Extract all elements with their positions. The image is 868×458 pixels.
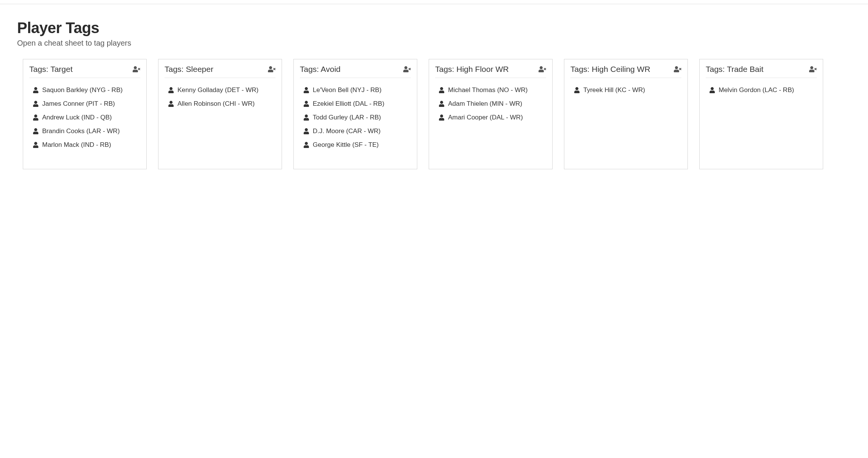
page-title: Player Tags bbox=[17, 19, 851, 37]
remove-user-icon[interactable] bbox=[133, 66, 140, 72]
person-icon bbox=[33, 142, 38, 148]
player-item[interactable]: Marlon Mack (IND - RB) bbox=[29, 138, 140, 152]
tag-card-header: Tags: Target bbox=[29, 65, 140, 78]
player-name: Andrew Luck (IND - QB) bbox=[42, 114, 112, 121]
player-name: Melvin Gordon (LAC - RB) bbox=[719, 86, 794, 94]
player-name: George Kittle (SF - TE) bbox=[313, 141, 379, 149]
page-subtitle: Open a cheat sheet to tag players bbox=[17, 39, 851, 48]
cards-grid: Tags: TargetSaquon Barkley (NYG - RB)Jam… bbox=[17, 59, 851, 169]
player-list: Michael Thomas (NO - WR)Adam Thielen (MI… bbox=[435, 83, 546, 124]
player-item[interactable]: Todd Gurley (LAR - RB) bbox=[300, 111, 411, 124]
player-item[interactable]: Melvin Gordon (LAC - RB) bbox=[706, 83, 817, 97]
remove-user-icon[interactable] bbox=[809, 66, 817, 72]
player-item[interactable]: Amari Cooper (DAL - WR) bbox=[435, 111, 546, 124]
player-name: Brandin Cooks (LAR - WR) bbox=[42, 127, 120, 135]
player-name: Kenny Golladay (DET - WR) bbox=[177, 86, 258, 94]
player-name: Todd Gurley (LAR - RB) bbox=[313, 114, 381, 121]
player-list: Tyreek Hill (KC - WR) bbox=[570, 83, 681, 97]
player-name: D.J. Moore (CAR - WR) bbox=[313, 127, 381, 135]
tag-card-header: Tags: Trade Bait bbox=[706, 65, 817, 78]
player-name: Marlon Mack (IND - RB) bbox=[42, 141, 111, 149]
remove-user-icon[interactable] bbox=[403, 66, 411, 72]
person-icon bbox=[439, 87, 444, 93]
player-name: Saquon Barkley (NYG - RB) bbox=[42, 86, 123, 94]
player-list: Kenny Golladay (DET - WR)Allen Robinson … bbox=[165, 83, 276, 111]
person-icon bbox=[33, 114, 38, 121]
player-name: Michael Thomas (NO - WR) bbox=[448, 86, 527, 94]
tag-card-header: Tags: Avoid bbox=[300, 65, 411, 78]
person-icon bbox=[33, 101, 38, 107]
player-item[interactable]: Adam Thielen (MIN - WR) bbox=[435, 97, 546, 111]
player-name: Amari Cooper (DAL - WR) bbox=[448, 114, 523, 121]
player-list: Melvin Gordon (LAC - RB) bbox=[706, 83, 817, 97]
tag-card-title: Tags: Trade Bait bbox=[706, 65, 763, 74]
person-icon bbox=[304, 101, 309, 107]
tag-card-title: Tags: Target bbox=[29, 65, 73, 74]
person-icon bbox=[439, 101, 444, 107]
player-item[interactable]: James Conner (PIT - RB) bbox=[29, 97, 140, 111]
person-icon bbox=[304, 114, 309, 121]
tag-card: Tags: AvoidLe'Veon Bell (NYJ - RB)Ezekie… bbox=[293, 59, 417, 169]
player-item[interactable]: Le'Veon Bell (NYJ - RB) bbox=[300, 83, 411, 97]
player-name: Allen Robinson (CHI - WR) bbox=[177, 100, 255, 108]
player-name: James Conner (PIT - RB) bbox=[42, 100, 115, 108]
player-item[interactable]: George Kittle (SF - TE) bbox=[300, 138, 411, 152]
person-icon bbox=[168, 87, 174, 93]
remove-user-icon[interactable] bbox=[674, 66, 681, 72]
person-icon bbox=[33, 128, 38, 134]
tag-card-title: Tags: High Ceiling WR bbox=[570, 65, 650, 74]
person-icon bbox=[304, 128, 309, 134]
tag-card: Tags: TargetSaquon Barkley (NYG - RB)Jam… bbox=[23, 59, 147, 169]
tag-card-header: Tags: High Floor WR bbox=[435, 65, 546, 78]
tag-card-title: Tags: High Floor WR bbox=[435, 65, 509, 74]
tag-card: Tags: High Floor WRMichael Thomas (NO - … bbox=[429, 59, 553, 169]
player-list: Le'Veon Bell (NYJ - RB)Ezekiel Elliott (… bbox=[300, 83, 411, 152]
tag-card: Tags: High Ceiling WRTyreek Hill (KC - W… bbox=[564, 59, 688, 169]
player-name: Le'Veon Bell (NYJ - RB) bbox=[313, 86, 382, 94]
person-icon bbox=[168, 101, 174, 107]
person-icon bbox=[574, 87, 580, 93]
person-icon bbox=[710, 87, 715, 93]
player-name: Adam Thielen (MIN - WR) bbox=[448, 100, 522, 108]
remove-user-icon[interactable] bbox=[268, 66, 276, 72]
person-icon bbox=[33, 87, 38, 93]
player-item[interactable]: Allen Robinson (CHI - WR) bbox=[165, 97, 276, 111]
player-item[interactable]: Kenny Golladay (DET - WR) bbox=[165, 83, 276, 97]
player-name: Ezekiel Elliott (DAL - RB) bbox=[313, 100, 384, 108]
player-item[interactable]: Tyreek Hill (KC - WR) bbox=[570, 83, 681, 97]
player-name: Tyreek Hill (KC - WR) bbox=[583, 86, 645, 94]
tag-card: Tags: Trade BaitMelvin Gordon (LAC - RB) bbox=[699, 59, 823, 169]
tag-card-title: Tags: Sleeper bbox=[165, 65, 213, 74]
player-item[interactable]: Saquon Barkley (NYG - RB) bbox=[29, 83, 140, 97]
person-icon bbox=[304, 87, 309, 93]
tag-card-header: Tags: High Ceiling WR bbox=[570, 65, 681, 78]
player-item[interactable]: Brandin Cooks (LAR - WR) bbox=[29, 124, 140, 138]
person-icon bbox=[439, 114, 444, 121]
player-item[interactable]: Andrew Luck (IND - QB) bbox=[29, 111, 140, 124]
tag-card-header: Tags: Sleeper bbox=[165, 65, 276, 78]
person-icon bbox=[304, 142, 309, 148]
tag-card-title: Tags: Avoid bbox=[300, 65, 341, 74]
remove-user-icon[interactable] bbox=[539, 66, 546, 72]
player-list: Saquon Barkley (NYG - RB)James Conner (P… bbox=[29, 83, 140, 152]
player-item[interactable]: Michael Thomas (NO - WR) bbox=[435, 83, 546, 97]
main-container: Player Tags Open a cheat sheet to tag pl… bbox=[0, 4, 868, 181]
player-item[interactable]: Ezekiel Elliott (DAL - RB) bbox=[300, 97, 411, 111]
tag-card: Tags: SleeperKenny Golladay (DET - WR)Al… bbox=[158, 59, 282, 169]
player-item[interactable]: D.J. Moore (CAR - WR) bbox=[300, 124, 411, 138]
